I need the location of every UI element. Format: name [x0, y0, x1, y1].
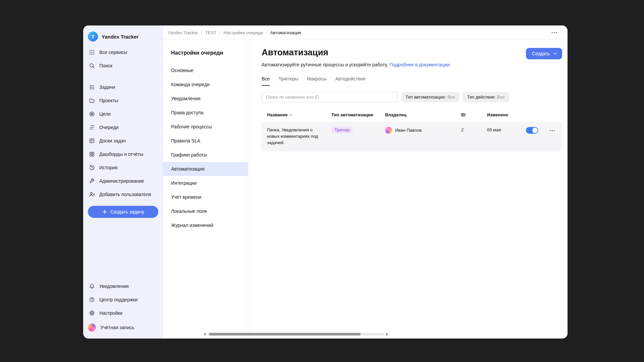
sidebar-item-add-user[interactable]: Добавить пользователя	[83, 188, 163, 201]
board-icon	[89, 138, 95, 144]
column-header-modified[interactable]: Изменено	[487, 112, 526, 117]
breadcrumb-item[interactable]: Yandex Tracker	[168, 30, 205, 35]
enabled-toggle[interactable]	[526, 127, 538, 134]
help-icon	[89, 297, 95, 303]
sidebar-item-dashboards[interactable]: Дашборды и отчёты	[83, 147, 163, 161]
filter-label: Тип действия:	[467, 95, 495, 100]
column-header-name[interactable]: Название	[267, 112, 331, 117]
table-row[interactable]: Пачка. Уведомления о новых комментариях …	[262, 122, 562, 152]
queue-settings-title: Настройки очереди	[163, 47, 248, 63]
sidebar-item-all-services[interactable]: Все сервисы	[83, 46, 163, 59]
sidebar-item-account[interactable]: Учётная запись	[83, 320, 163, 335]
queue-settings-item-notifications[interactable]: Уведомления	[163, 92, 248, 106]
filter-label: Тип автоматизации:	[406, 95, 446, 100]
sidebar-item-label: Дашборды и отчёты	[99, 151, 143, 157]
sidebar-item-label: Уведомления	[99, 283, 129, 289]
tab-all[interactable]: Все	[262, 76, 270, 86]
account-avatar	[88, 323, 96, 331]
scroll-right-arrow[interactable]	[386, 333, 565, 336]
sidebar-item-label: Учётная запись	[100, 324, 134, 330]
sidebar-nav: Задачи Проекты Цели Очереди	[83, 80, 163, 201]
sidebar-item-queues[interactable]: Очереди	[83, 121, 163, 134]
main-pane: Yandex Tracker TEST Настройки очереди Ав…	[163, 25, 568, 339]
automation-content: Автоматизация Автоматизируйте рутинные п…	[248, 40, 568, 339]
brand: T Yandex Tracker	[83, 30, 163, 46]
sidebar-item-goals[interactable]: Цели	[83, 107, 163, 121]
automation-name[interactable]: Пачка. Уведомления о новых комментариях …	[267, 127, 323, 146]
queue-settings-item-integrations[interactable]: Интеграции	[163, 176, 248, 190]
breadcrumb-item[interactable]: Настройки очереди	[224, 30, 270, 35]
sidebar: T Yandex Tracker Все сервисы Поиск Задач…	[83, 25, 163, 339]
queue-settings-item-sla[interactable]: Правила SLA	[163, 134, 248, 148]
queue-settings-nav: Настройки очереди Основные Команда очере…	[163, 40, 248, 339]
create-button-label: Создать	[532, 51, 550, 56]
queue-settings-item-time-tracking[interactable]: Учёт времени	[163, 190, 248, 204]
grid-icon	[89, 49, 95, 55]
create-task-label: Создать задачу	[110, 209, 144, 215]
sidebar-item-boards[interactable]: Доски задач	[83, 134, 163, 147]
filter-value: Все	[497, 95, 504, 100]
sort-caret-icon	[289, 113, 292, 117]
sidebar-item-support[interactable]: Центр поддержки	[83, 293, 163, 306]
page-subtitle: Автоматизируйте рутинные процессы и уско…	[262, 62, 450, 67]
sidebar-item-projects[interactable]: Проекты	[83, 94, 163, 107]
app-window: T Yandex Tracker Все сервисы Поиск Задач…	[83, 25, 568, 339]
sidebar-item-history[interactable]: История	[83, 161, 163, 174]
queue-settings-item-team[interactable]: Команда очереди	[163, 77, 248, 92]
tab-autoactions[interactable]: Автодействия	[335, 76, 365, 86]
tracker-logo-icon[interactable]: T	[88, 32, 98, 42]
breadcrumb-bar: Yandex Tracker TEST Настройки очереди Ав…	[163, 25, 568, 40]
modified-date: 05 мая	[487, 127, 526, 132]
sidebar-item-notifications[interactable]: Уведомления	[83, 280, 163, 293]
folder-icon	[89, 98, 95, 104]
sidebar-item-settings[interactable]: Настройки	[83, 306, 163, 320]
queue-settings-item-workflows[interactable]: Рабочие процессы	[163, 120, 248, 134]
queue-settings-item-local-fields[interactable]: Локальные поля	[163, 204, 248, 218]
sidebar-item-label: Все сервисы	[99, 49, 127, 55]
breadcrumb: Yandex Tracker TEST Настройки очереди Ав…	[168, 30, 301, 35]
tasks-icon	[89, 84, 95, 90]
page-title: Автоматизация	[262, 47, 450, 58]
sidebar-item-label: Настройки	[99, 310, 122, 316]
target-icon	[89, 111, 95, 117]
queue-settings-item-access[interactable]: Права доступа	[163, 106, 248, 120]
sidebar-item-administration[interactable]: Администрирование	[83, 174, 163, 188]
documentation-link[interactable]: Подробнее в документации	[389, 62, 450, 67]
search-input[interactable]	[262, 92, 398, 102]
tab-triggers[interactable]: Триггеры	[278, 76, 298, 86]
scroll-left-arrow[interactable]	[204, 333, 206, 336]
breadcrumb-item-current: Автоматизация	[270, 30, 301, 35]
gear-icon	[89, 310, 95, 316]
filter-value: Все	[447, 95, 455, 100]
queue-settings-item-main[interactable]: Основные	[163, 63, 248, 77]
history-icon	[89, 165, 95, 171]
owner-cell: Иван Павлов	[385, 127, 461, 134]
column-header-id[interactable]: ID	[461, 112, 487, 117]
brand-name: Yandex Tracker	[102, 34, 139, 40]
scrollbar-track[interactable]	[208, 333, 384, 336]
create-automation-button[interactable]: Создать	[526, 48, 562, 59]
sidebar-item-label: Очереди	[99, 124, 118, 130]
sidebar-item-label: Центр поддержки	[99, 297, 138, 303]
filter-toolbar: Тип автоматизации: Все Тип действия: Все	[262, 92, 562, 102]
queue-settings-item-schedules[interactable]: Графики работы	[163, 148, 248, 162]
automation-id: 2	[461, 127, 487, 132]
tab-macros[interactable]: Макросы	[307, 76, 326, 86]
sidebar-item-tasks[interactable]: Задачи	[83, 80, 163, 94]
row-menu-button[interactable]	[548, 128, 557, 133]
queue-settings-item-automation[interactable]: Автоматизация	[163, 162, 248, 176]
breadcrumb-more-button[interactable]	[550, 30, 559, 35]
column-header-owner[interactable]: Владелец	[385, 112, 461, 117]
filter-action-type[interactable]: Тип действия: Все	[463, 92, 509, 102]
chevron-down-icon	[553, 51, 557, 56]
column-header-type[interactable]: Тип автоматизации	[331, 112, 385, 117]
queue-settings-item-changelog[interactable]: Журнал изменений	[163, 218, 248, 232]
create-task-button[interactable]: Создать задачу	[88, 206, 158, 218]
add-user-icon	[89, 191, 95, 197]
breadcrumb-item[interactable]: TEST	[205, 30, 224, 35]
filter-automation-type[interactable]: Тип автоматизации: Все	[401, 92, 459, 102]
wrench-icon	[89, 178, 95, 184]
subtitle-text: Автоматизируйте рутинные процессы и уско…	[262, 62, 388, 67]
sidebar-item-search[interactable]: Поиск	[83, 59, 163, 72]
scrollbar-thumb[interactable]	[209, 333, 361, 336]
